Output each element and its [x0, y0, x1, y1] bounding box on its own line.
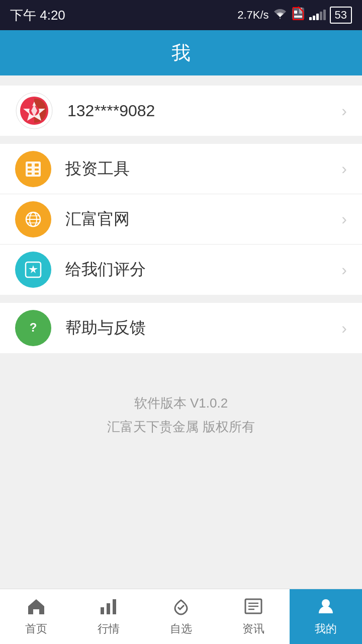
svg-rect-9 — [35, 164, 39, 167]
page-header: 我 — [0, 30, 362, 75]
page-title: 我 — [171, 40, 191, 66]
tab-watchlist-label: 自选 — [170, 621, 192, 636]
investment-tools-item[interactable]: 投资工具 › — [0, 144, 362, 194]
signal-icon — [309, 10, 326, 20]
investment-tools-arrow: › — [341, 159, 347, 178]
status-time: 下午 4:20 — [10, 7, 65, 24]
menu-section-1: 投资工具 › 汇富官网 › — [0, 144, 362, 295]
status-bar: 下午 4:20 2.7K/s — [0, 0, 362, 30]
menu-section-2: ? 帮助与反馈 › — [0, 303, 362, 353]
tab-mine-label: 我的 — [315, 621, 337, 636]
battery-icon: 53 — [330, 7, 352, 24]
svg-point-29 — [322, 599, 330, 607]
official-website-icon — [15, 201, 51, 237]
svg-rect-8 — [28, 164, 32, 167]
tab-bar: 首页 行情 自选 — [0, 589, 362, 644]
help-feedback-label: 帮助与反馈 — [65, 317, 341, 339]
help-feedback-icon: ? — [15, 310, 51, 346]
investment-tools-label: 投资工具 — [65, 158, 341, 180]
tab-home[interactable]: 首页 — [0, 589, 72, 644]
svg-rect-11 — [35, 169, 39, 171]
account-section: 132****9082 › — [0, 86, 362, 136]
svg-rect-22 — [101, 607, 104, 614]
account-phone: 132****9082 — [67, 102, 341, 120]
official-website-label: 汇富官网 — [65, 208, 341, 230]
sim-icon — [291, 7, 305, 24]
official-website-item[interactable]: 汇富官网 › — [0, 194, 362, 245]
official-website-arrow: › — [341, 210, 347, 228]
svg-rect-3 — [294, 16, 302, 18]
news-icon — [243, 597, 263, 618]
svg-rect-13 — [35, 173, 39, 175]
svg-rect-12 — [28, 173, 32, 175]
investment-tools-icon — [15, 151, 51, 187]
help-feedback-arrow: › — [341, 319, 347, 338]
status-right: 2.7K/s — [237, 7, 352, 24]
tab-news[interactable]: 资讯 — [217, 589, 290, 644]
rate-us-icon — [15, 252, 51, 288]
svg-text:?: ? — [30, 320, 37, 334]
tab-news-label: 资讯 — [242, 621, 264, 636]
tab-watchlist[interactable]: 自选 — [145, 589, 217, 644]
copyright-text: 汇富天下贵金属 版权所有 — [10, 415, 352, 439]
network-speed: 2.7K/s — [237, 9, 268, 22]
content-area: 132****9082 › 投资工具 › — [0, 75, 362, 634]
svg-rect-23 — [107, 603, 110, 614]
watchlist-icon — [171, 597, 191, 618]
wifi-icon — [273, 8, 287, 22]
version-text: 软件版本 V1.0.2 — [10, 391, 352, 415]
svg-rect-1 — [294, 11, 297, 14]
spacer-top — [0, 75, 362, 86]
svg-rect-24 — [113, 599, 116, 614]
rate-us-label: 给我们评分 — [65, 259, 341, 281]
version-section: 软件版本 V1.0.2 汇富天下贵金属 版权所有 — [0, 361, 362, 459]
battery-level: 53 — [330, 7, 352, 24]
tab-mine[interactable]: 我的 — [290, 589, 362, 644]
svg-rect-0 — [292, 8, 304, 20]
market-icon — [99, 597, 119, 618]
rate-us-item[interactable]: 给我们评分 › — [0, 245, 362, 295]
help-feedback-item[interactable]: ? 帮助与反馈 › — [0, 303, 362, 353]
tab-home-label: 首页 — [25, 621, 47, 636]
rate-us-arrow: › — [341, 261, 347, 279]
account-item[interactable]: 132****9082 › — [0, 86, 362, 136]
tab-market[interactable]: 行情 — [72, 589, 145, 644]
svg-rect-10 — [28, 169, 32, 171]
tab-market-label: 行情 — [98, 621, 120, 636]
home-icon — [26, 597, 46, 618]
mine-icon — [316, 597, 336, 618]
account-logo-icon — [15, 92, 53, 130]
account-arrow-icon: › — [341, 102, 347, 120]
